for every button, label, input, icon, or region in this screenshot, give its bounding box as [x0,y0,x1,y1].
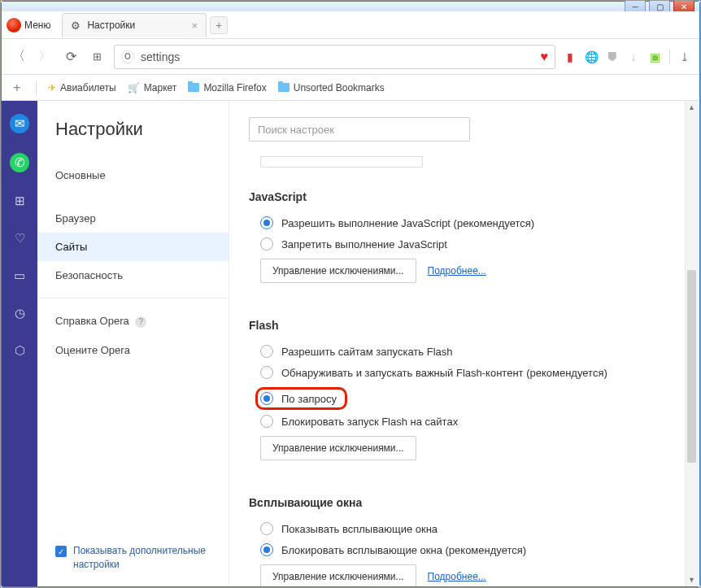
extensions-rail-icon[interactable]: ⬡ [11,342,28,359]
nav-help[interactable]: Справка Opera ? [37,307,229,336]
bookmark-label: Mozilla Firefox [203,82,266,94]
bookmark-market[interactable]: 🛒 Маркет [128,82,177,94]
partial-section-bottom [260,156,423,168]
radio-flash-block[interactable]: Блокировать запуск Flash на сайтах [249,415,699,428]
gear-icon: ⚙ [71,20,81,32]
bookmark-heart-icon[interactable]: ♥ [541,50,549,64]
add-bookmark-button[interactable]: + [10,81,24,95]
radio-icon [260,237,273,250]
history-rail-icon[interactable]: ◷ [11,304,28,322]
radio-icon [260,345,273,358]
nav-help-label: Справка Opera [55,315,129,327]
opera-page-icon: O [121,50,134,63]
heart-rail-icon[interactable]: ♡ [11,229,28,247]
radio-flash-on-request[interactable]: По запросу [281,393,337,405]
scroll-down-icon[interactable]: ▼ [686,573,698,586]
tab-strip: Меню ⚙ Настройки × + [2,11,699,39]
bookmark-folder-mozilla[interactable]: Mozilla Firefox [188,82,266,94]
radio-icon [260,543,273,556]
settings-nav: Основные Браузер Сайты Безопасность Спра… [37,158,229,368]
folder-icon [278,83,290,92]
speed-dial-rail-icon[interactable]: ⊞ [11,192,28,210]
more-link[interactable]: Подробнее... [428,571,486,582]
bookmark-bar: + ✈ Авиабилеты 🛒 Маркет Mozilla Firefox … [2,75,699,101]
reload-button[interactable]: ⟳ [62,48,80,66]
divider [37,298,229,298]
nav-sites[interactable]: Сайты [37,233,229,261]
downloads-button[interactable]: ⤓ [678,50,691,63]
manage-exceptions-button[interactable]: Управление исключениями... [260,436,416,460]
forward-button[interactable]: 〉 [36,48,54,66]
help-icon: ? [135,316,146,328]
whatsapp-icon[interactable]: ✆ [10,153,29,172]
folder-icon [188,83,199,92]
radio-popups-block[interactable]: Блокировать всплывающие окна (рекомендуе… [249,543,699,556]
settings-search-input[interactable] [249,117,470,142]
scrollbar[interactable]: ▲ ▼ [685,101,698,586]
nav-basic[interactable]: Основные [37,161,229,189]
speed-dial-button[interactable]: ⊞ [88,48,106,66]
extension-icon-shield[interactable]: ⛊ [606,50,619,63]
nav-browser[interactable]: Браузер [37,204,229,233]
radio-icon [260,216,273,229]
section-flash: Flash Разрешить сайтам запускать Flash О… [249,319,699,460]
tab-close-button[interactable]: × [191,20,198,32]
download-arrow-icon[interactable]: ↓ [627,50,640,63]
news-rail-icon[interactable]: ▭ [11,267,28,285]
radio-popups-show[interactable]: Показывать всплывающие окна [249,522,699,535]
section-title: Всплывающие окна [249,496,699,509]
section-title: JavaScript [249,190,699,203]
section-popups: Всплывающие окна Показывать всплывающие … [249,496,699,586]
radio-icon [260,415,273,428]
bookmark-label: Авиабилеты [60,82,116,94]
advanced-settings-label: Показывать дополнительные настройки [73,544,211,572]
settings-title: Настройки [37,119,229,158]
extension-icon-android[interactable]: ▣ [648,50,661,63]
radio-label: Блокировать всплывающие окна (рекомендуе… [281,544,526,556]
bookmark-folder-unsorted[interactable]: Unsorted Bookmarks [278,82,385,94]
radio-icon[interactable] [260,392,273,405]
extension-icon-1[interactable]: ▮ [564,50,577,63]
messenger-icon[interactable]: ✉ [10,114,29,133]
back-button[interactable]: 〈 [10,48,28,66]
main-settings-pane: JavaScript Разрешить выполнение JavaScri… [229,101,699,586]
radio-label: Показывать всплывающие окна [281,523,438,535]
manage-exceptions-button[interactable]: Управление исключениями... [260,259,416,283]
radio-label: Блокировать запуск Flash на сайтах [281,416,458,428]
radio-flash-allow[interactable]: Разрешить сайтам запускать Flash [249,345,699,358]
nav-security[interactable]: Безопасность [37,261,229,290]
checkbox-checked-icon: ✓ [55,546,67,557]
scroll-up-icon[interactable]: ▲ [686,101,698,114]
window-frame: ─ ▢ ✕ Меню ⚙ Настройки × + 〈 〉 ⟳ ⊞ O ♥ ▮… [1,1,700,587]
bookmark-label: Unsorted Bookmarks [294,82,385,94]
address-input[interactable] [141,50,534,63]
radio-flash-detect[interactable]: Обнаруживать и запускать важный Flash-ко… [249,366,699,379]
radio-label: Разрешить выполнение JavaScript (рекомен… [281,217,534,229]
scroll-track[interactable] [687,114,696,573]
more-link[interactable]: Подробнее... [428,265,486,277]
radio-js-allow[interactable]: Разрешить выполнение JavaScript (рекомен… [249,216,699,229]
address-field[interactable]: O ♥ [114,45,555,69]
advanced-settings-checkbox[interactable]: ✓ Показывать дополнительные настройки [55,544,211,572]
bookmark-aviabilety[interactable]: ✈ Авиабилеты [48,82,116,94]
nav-rate[interactable]: Оцените Opera [37,336,229,364]
extension-icon-globe[interactable]: 🌐 [585,50,598,63]
separator [36,81,37,95]
radio-icon [260,366,273,379]
tab-settings[interactable]: ⚙ Настройки × [62,13,207,37]
plane-icon: ✈ [48,82,56,94]
radio-icon [260,522,273,535]
section-javascript: JavaScript Разрешить выполнение JavaScri… [249,190,699,283]
highlight-annotation: По запросу [255,387,347,410]
window-titlebar: ─ ▢ ✕ [2,2,699,11]
scroll-thumb[interactable] [687,270,696,463]
main-menu-button[interactable]: Меню [24,20,50,31]
radio-js-block[interactable]: Запретить выполнение JavaScript [249,237,699,250]
opera-logo-icon[interactable] [7,18,21,33]
settings-sidebar: Настройки Основные Браузер Сайты Безопас… [37,101,229,586]
new-tab-button[interactable]: + [210,16,228,34]
manage-exceptions-button[interactable]: Управление исключениями... [260,564,416,586]
cart-icon: 🛒 [128,82,140,94]
separator [669,50,670,64]
radio-label: Обнаруживать и запускать важный Flash-ко… [281,367,607,379]
